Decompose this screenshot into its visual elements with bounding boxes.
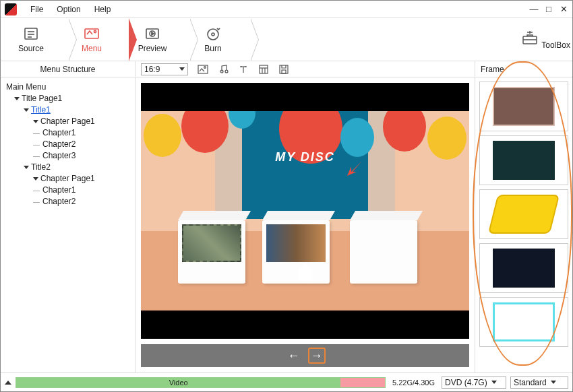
arrow-icon: [344, 158, 365, 178]
svg-marker-8: [152, 32, 154, 35]
save-tool-button[interactable]: [278, 64, 289, 75]
app-logo: [5, 3, 17, 15]
maximize-button[interactable]: □: [544, 5, 553, 14]
minimize-button[interactable]: —: [529, 5, 539, 14]
chevron-down-icon: [491, 381, 497, 384]
video-label: Video: [169, 379, 188, 387]
music-tool-button[interactable]: [218, 64, 229, 75]
frame-option-brown[interactable]: [479, 81, 568, 131]
menu-help[interactable]: Help: [88, 5, 118, 14]
text-tool-button[interactable]: [238, 64, 249, 75]
aspect-ratio-select[interactable]: 16:9: [141, 63, 188, 75]
menu-file[interactable]: File: [24, 5, 50, 14]
step-preview-label: Preview: [138, 44, 167, 53]
prev-page-button[interactable]: ←: [285, 348, 303, 364]
frame-option-yellow[interactable]: [479, 189, 568, 239]
aspect-ratio-value: 16:9: [144, 65, 160, 74]
step-burn-label: Burn: [204, 44, 221, 53]
menu-structure-tree[interactable]: Main Menu Title Page1 Title1 Chapter Pag…: [1, 77, 135, 372]
svg-point-9: [208, 29, 218, 40]
menu-option[interactable]: Option: [50, 5, 87, 14]
disc-size-label: 5.22G/4.30G: [392, 379, 435, 387]
tree-main-menu[interactable]: Main Menu: [6, 81, 129, 93]
chapter-thumb-2[interactable]: [266, 224, 326, 262]
toolbox-label: ToolBox: [541, 40, 570, 50]
tree-chapter1[interactable]: Chapter1: [6, 127, 129, 139]
toolbox-button[interactable]: ToolBox: [518, 30, 572, 50]
quality-select[interactable]: Standard: [510, 377, 568, 389]
svg-point-10: [212, 33, 214, 36]
tree-chapter1b[interactable]: Chapter1: [6, 185, 129, 196]
chevron-down-icon: [551, 381, 556, 384]
tree-chapter-page1b[interactable]: Chapter Page1: [6, 173, 129, 185]
expand-footer-button[interactable]: [5, 381, 11, 385]
chevron-down-icon: [179, 67, 185, 71]
disc-type-value: DVD (4.7G): [445, 378, 487, 387]
burn-icon: [204, 26, 222, 42]
menu-icon: [82, 26, 101, 42]
disc-type-select[interactable]: DVD (4.7G): [442, 377, 506, 389]
chapter-thumb-1[interactable]: [182, 224, 241, 262]
svg-rect-15: [198, 65, 208, 73]
source-icon: [22, 26, 40, 42]
frame-option-cyan[interactable]: [479, 297, 568, 347]
svg-rect-26: [280, 65, 288, 73]
preview-icon: [143, 26, 162, 42]
frame-option-teal[interactable]: [479, 135, 568, 185]
tree-title-page1[interactable]: Title Page1: [6, 93, 129, 104]
tree-chapter-page1[interactable]: Chapter Page1: [6, 116, 129, 127]
tree-chapter3[interactable]: Chapter3: [6, 150, 129, 162]
disc-capacity-bar: Video: [16, 377, 386, 388]
next-page-button[interactable]: →: [308, 348, 326, 364]
tree-title1[interactable]: Title1: [6, 104, 129, 116]
image-tool-button[interactable]: [198, 64, 208, 75]
step-menu-label: Menu: [82, 44, 102, 53]
frame-panel[interactable]: [475, 77, 572, 372]
svg-point-5: [94, 30, 96, 32]
chapter-tool-button[interactable]: [258, 64, 269, 75]
frame-panel-header: Frame: [475, 61, 572, 77]
toolbox-icon: [520, 30, 539, 46]
menu-structure-header: Menu Structure: [1, 61, 135, 77]
svg-rect-27: [282, 70, 286, 73]
quality-value: Standard: [514, 378, 547, 387]
tree-chapter2b[interactable]: Chapter2: [6, 196, 129, 207]
disc-title-text[interactable]: MY DISC: [275, 150, 335, 164]
svg-rect-22: [260, 65, 268, 73]
svg-point-17: [225, 70, 228, 73]
frame-option-navy[interactable]: [479, 243, 568, 293]
tree-title2[interactable]: Title2: [6, 162, 129, 173]
menu-preview-stage[interactable]: MY DISC: [141, 83, 469, 339]
step-source[interactable]: Source: [1, 18, 61, 61]
home-icon[interactable]: [299, 270, 312, 281]
close-button[interactable]: ✕: [559, 5, 568, 14]
svg-point-16: [204, 66, 206, 68]
stage-navbar: ← →: [141, 344, 469, 367]
step-source-label: Source: [18, 44, 44, 53]
tree-chapter2[interactable]: Chapter2: [6, 139, 129, 150]
